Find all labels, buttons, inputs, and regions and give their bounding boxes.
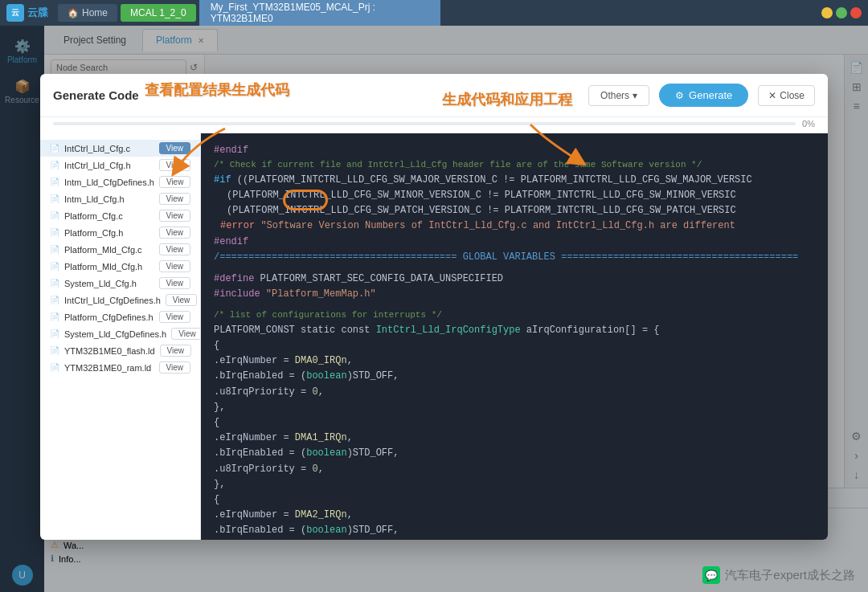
- chevron-down-icon: ▾: [633, 90, 637, 101]
- logo-icon: 云: [6, 4, 24, 22]
- view-button[interactable]: View: [159, 243, 191, 255]
- code-line: .u8IrqPriority = 0,: [214, 462, 815, 477]
- modal-file-item[interactable]: 📄IntCtrl_Lld_Cfg.hView: [40, 157, 200, 174]
- code-line: /* Check if current file and IntCtrl_Lld…: [214, 158, 815, 173]
- wechat-icon: 💬: [702, 566, 720, 584]
- app-logo: 云 云牒: [6, 4, 48, 22]
- code-line: {: [214, 415, 815, 431]
- code-line: },: [214, 477, 815, 492]
- file-icon: 📄: [50, 144, 59, 153]
- view-button[interactable]: View: [159, 159, 191, 171]
- progress-track: [53, 122, 796, 125]
- tab-mcal[interactable]: MCAL 1_2_0: [121, 4, 196, 22]
- file-icon: 📄: [50, 262, 59, 271]
- modal-file-item[interactable]: 📄YTM32B1ME0_ram.ldView: [40, 359, 200, 376]
- modal-file-item[interactable]: 📄Platform_Cfg.hView: [40, 224, 200, 241]
- generate-code-modal: Generate Code Others ▾ ⚙ Generate ✕ Clos…: [40, 74, 828, 540]
- tab-home[interactable]: 🏠 Home: [58, 4, 117, 22]
- close-modal-button[interactable]: ✕ Close: [758, 85, 815, 106]
- modal-file-item[interactable]: 📄Platform_CfgDefines.hView: [40, 308, 200, 325]
- view-button[interactable]: View: [159, 176, 191, 188]
- modal-file-item[interactable]: 📄Intm_Lld_Cfg.hView: [40, 190, 200, 207]
- code-line: .bIrqEnabled = (boolean)STD_OFF,: [214, 369, 815, 384]
- view-button[interactable]: View: [159, 142, 191, 154]
- view-button[interactable]: View: [160, 345, 192, 357]
- window-controls: [821, 7, 862, 18]
- code-line: /=======================================…: [214, 250, 815, 265]
- code-line: #define PLATFORM_START_SEC_CONFIG_DATA_U…: [214, 272, 815, 287]
- file-icon: 📄: [50, 279, 59, 288]
- view-button[interactable]: View: [159, 260, 191, 272]
- maximize-button[interactable]: [836, 7, 847, 18]
- close-button[interactable]: [850, 7, 862, 18]
- others-button[interactable]: Others ▾: [588, 85, 649, 106]
- code-line: (PLATFORM_INTCTRL_LLD_CFG_SW_MINOR_VERSI…: [214, 188, 815, 203]
- code-line: .bIrqEnabled = (boolean)STD_OFF,: [214, 523, 815, 538]
- view-button[interactable]: View: [159, 210, 191, 222]
- file-icon: 📄: [50, 329, 59, 338]
- code-line: #endif: [214, 235, 815, 250]
- file-icon: 📄: [50, 312, 59, 321]
- progress-text: 0%: [802, 119, 815, 129]
- code-line: .u8IrqPriority = 0,: [214, 539, 815, 541]
- file-icon: 📄: [50, 228, 59, 237]
- top-bar: 云 云牒 🏠 Home MCAL 1_2_0 My_First_YTM32B1M…: [0, 0, 868, 26]
- modal-file-item[interactable]: 📄System_Lld_CfgDefines.hView: [40, 325, 200, 342]
- view-button[interactable]: View: [159, 227, 191, 239]
- modal-body: 📄IntCtrl_Lld_Cfg.cView📄IntCtrl_Lld_Cfg.h…: [40, 133, 828, 540]
- progress-bar-area: 0%: [40, 117, 828, 133]
- close-icon: ✕: [768, 90, 776, 101]
- code-line: .eIrqNumber = DMA0_IRQn,: [214, 353, 815, 369]
- code-line: .eIrqNumber = DMA1_IRQn,: [214, 431, 815, 446]
- modal-file-item[interactable]: 📄YTM32B1ME0_flash.ldView: [40, 342, 200, 359]
- modal-file-list: 📄IntCtrl_Lld_Cfg.cView📄IntCtrl_Lld_Cfg.h…: [40, 133, 201, 540]
- file-icon: 📄: [50, 211, 59, 220]
- file-icon: 📄: [50, 194, 59, 203]
- modal-file-item[interactable]: 📄IntCtrl_Lld_Cfg.cView: [40, 140, 200, 157]
- view-button[interactable]: View: [171, 328, 201, 340]
- code-line: #include "Platform_MemMap.h": [214, 287, 815, 302]
- code-blank: [214, 302, 815, 308]
- code-line: },: [214, 400, 815, 415]
- modal-overlay: Generate Code Others ▾ ⚙ Generate ✕ Clos…: [0, 26, 868, 592]
- file-icon: 📄: [50, 161, 59, 169]
- home-icon: 🏠: [68, 8, 79, 18]
- code-line: {: [214, 338, 815, 353]
- generate-button[interactable]: ⚙ Generate: [659, 84, 748, 107]
- code-line: {: [214, 492, 815, 508]
- modal-file-item[interactable]: 📄Platform_Cfg.cView: [40, 207, 200, 224]
- code-blank: [214, 265, 815, 272]
- code-line: #error "Software Version Numbers of IntC…: [214, 218, 815, 234]
- code-line: #endif: [214, 143, 815, 158]
- modal-file-item[interactable]: 📄Platform_Mld_Cfg.hView: [40, 258, 200, 275]
- view-button[interactable]: View: [159, 311, 191, 323]
- code-line: (PLATFORM_INTCTRL_LLD_CFG_SW_PATCH_VERSI…: [214, 203, 815, 218]
- modal-file-item[interactable]: 📄Intm_Lld_CfgDefines.hView: [40, 174, 200, 190]
- file-icon: 📄: [50, 363, 59, 372]
- view-button[interactable]: View: [159, 361, 191, 374]
- file-icon: 📄: [50, 346, 59, 355]
- modal-title: Generate Code: [53, 88, 139, 102]
- code-line: /* list of configurations for interrupts…: [214, 308, 815, 323]
- minimize-button[interactable]: [821, 7, 833, 18]
- modal-header: Generate Code Others ▾ ⚙ Generate ✕ Clos…: [40, 74, 828, 117]
- view-button[interactable]: View: [159, 193, 191, 205]
- file-icon: 📄: [50, 178, 59, 186]
- watermark: 💬 汽车电子expert成长之路: [702, 566, 855, 584]
- view-button[interactable]: View: [166, 294, 198, 306]
- modal-code-area[interactable]: #endif /* Check if current file and IntC…: [201, 133, 828, 540]
- code-line: PLATFORM_CONST static const IntCtrl_Lld_…: [214, 323, 815, 338]
- view-button[interactable]: View: [159, 277, 191, 289]
- code-line: #if ((PLATFORM_INTCTRL_LLD_CFG_SW_MAJOR_…: [214, 173, 815, 188]
- modal-file-item[interactable]: 📄Platform_Mld_Cfg.cView: [40, 241, 200, 258]
- gear-icon: ⚙: [675, 90, 684, 101]
- file-icon: 📄: [50, 245, 59, 254]
- modal-file-item[interactable]: 📄IntCtrl_Lld_CfgDefines.hView: [40, 292, 200, 308]
- file-icon: 📄: [50, 296, 59, 304]
- tab-project[interactable]: My_First_YTM32B1ME05_MCAL_Prj : YTM32B1M…: [199, 0, 440, 27]
- code-line: .eIrqNumber = DMA2_IRQn,: [214, 508, 815, 523]
- code-line: .u8IrqPriority = 0,: [214, 385, 815, 400]
- code-line: .bIrqEnabled = (boolean)STD_OFF,: [214, 446, 815, 461]
- modal-file-item[interactable]: 📄System_Lld_Cfg.hView: [40, 275, 200, 292]
